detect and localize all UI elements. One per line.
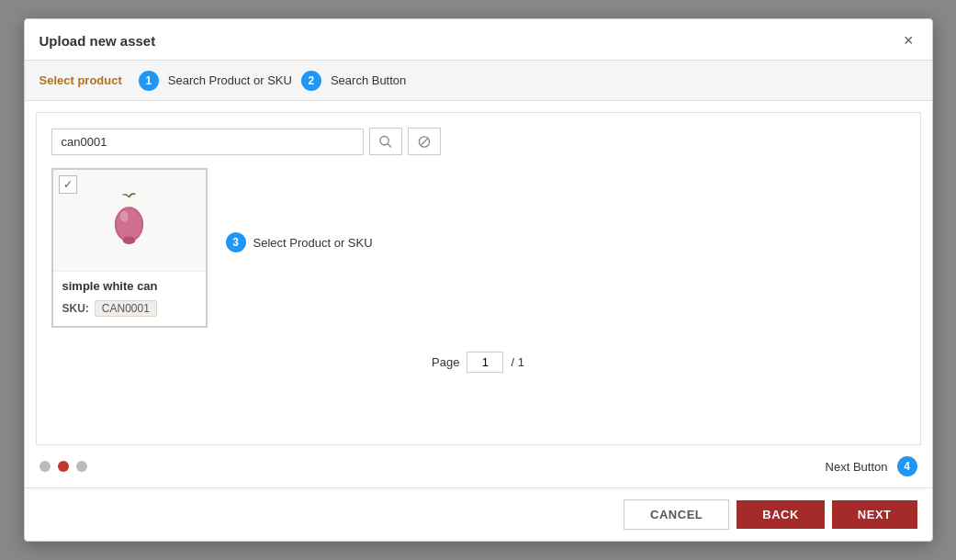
callout-badge-4: 4 xyxy=(897,456,917,476)
callout-text-1: Search Product or SKU xyxy=(168,73,292,87)
next-button-area: Next Button 4 xyxy=(826,456,917,476)
svg-point-0 xyxy=(379,136,388,144)
clear-icon xyxy=(418,135,431,149)
callout-badge-1: 1 xyxy=(139,71,159,91)
clear-button[interactable] xyxy=(408,128,441,155)
svg-point-5 xyxy=(117,208,142,241)
product-card[interactable]: ✓ xyxy=(51,168,208,328)
product-name: simple white can xyxy=(62,279,197,293)
step-dot-2 xyxy=(58,461,69,472)
back-button[interactable]: BACK xyxy=(737,500,825,529)
product-image-area: ✓ xyxy=(53,170,206,271)
dialog-footer: CANCEL BACK NEXT xyxy=(25,487,932,541)
product-info: simple white can SKU: CAN0001 xyxy=(53,271,206,326)
callout-3-area: 3 Select Product or SKU xyxy=(226,232,373,252)
page-total: / 1 xyxy=(511,355,523,369)
callout-badge-3: 3 xyxy=(226,232,246,252)
callout-text-2: Search Button xyxy=(331,73,406,87)
search-row xyxy=(51,128,905,155)
dialog-title: Upload new asset xyxy=(39,33,156,49)
next-button-label: Next Button xyxy=(826,460,888,474)
steps-row: Next Button 4 xyxy=(25,445,932,476)
pagination-row: Page / 1 xyxy=(51,342,905,373)
close-button[interactable]: × xyxy=(900,30,917,50)
step-toolbar: Select product 1 Search Product or SKU 2… xyxy=(25,61,932,101)
product-area: ✓ xyxy=(51,168,905,342)
dots-area xyxy=(39,461,87,472)
svg-line-1 xyxy=(388,143,391,147)
product-sku-row: SKU: CAN0001 xyxy=(62,300,197,317)
toolbar-inner: Select product 1 Search Product or SKU 2… xyxy=(39,71,407,91)
sku-label: SKU: xyxy=(62,302,89,315)
dialog-body: Select product 1 Search Product or SKU 2… xyxy=(25,61,932,476)
product-check: ✓ xyxy=(59,175,77,194)
callout-badge-2: 2 xyxy=(301,71,321,91)
search-input[interactable] xyxy=(51,129,364,155)
next-button[interactable]: NEXT xyxy=(832,500,917,529)
select-product-label: Select product xyxy=(39,73,122,87)
search-icon xyxy=(379,135,392,149)
dialog-header: Upload new asset × xyxy=(25,19,932,61)
svg-point-7 xyxy=(123,236,136,244)
search-button[interactable] xyxy=(369,128,402,155)
callout-text-3: Select Product or SKU xyxy=(253,236,373,250)
page-input[interactable] xyxy=(467,352,503,373)
page-label: Page xyxy=(432,355,459,369)
cancel-button[interactable]: CANCEL xyxy=(624,499,729,530)
upload-dialog: Upload new asset × Select product 1 Sear… xyxy=(24,18,933,542)
svg-line-3 xyxy=(421,139,427,145)
product-grid: ✓ xyxy=(51,168,208,328)
step-dot-3 xyxy=(76,461,87,472)
step-dot-1 xyxy=(39,461,51,472)
content-area: ✓ xyxy=(36,112,921,445)
product-image xyxy=(104,191,154,251)
sku-badge: CAN0001 xyxy=(95,300,157,317)
